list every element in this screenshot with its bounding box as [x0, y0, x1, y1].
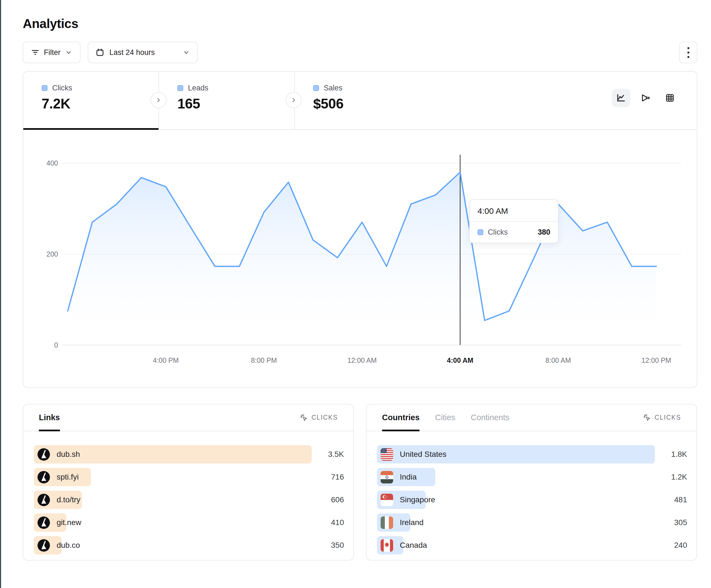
- cities-tab-label: Cities: [435, 413, 455, 422]
- link-label: d.to/try: [57, 495, 81, 504]
- svg-text:12:00 AM: 12:00 AM: [347, 356, 377, 364]
- table-grid-icon: [665, 93, 675, 103]
- chevron-down-icon: [65, 49, 72, 56]
- links-tab-label: Links: [39, 413, 60, 422]
- link-label: git.new: [57, 518, 81, 527]
- clicks-value: 7.2K: [42, 96, 158, 112]
- country-row[interactable]: Singapore 481: [377, 491, 687, 509]
- countries-rows: United States 1.8K India 1.2K: [366, 445, 696, 555]
- svg-text:4:00 AM: 4:00 AM: [447, 356, 473, 364]
- country-row[interactable]: Ireland 305: [377, 513, 687, 532]
- svg-text:200: 200: [46, 250, 58, 258]
- clicks-chart: 02004004:00 PM8:00 PM12:00 AM4:00 AM8:00…: [23, 144, 697, 377]
- expand-leads-button[interactable]: [286, 92, 302, 108]
- svg-text:12:00 PM: 12:00 PM: [641, 356, 671, 364]
- countries-metric-label: CLICKS: [655, 414, 681, 421]
- analytics-card: Clicks 7.2K Leads 165 Sales $506: [23, 71, 697, 388]
- analytics-page: Analytics Filter Last 24 hours: [23, 0, 697, 561]
- link-label: dub.co: [57, 541, 80, 550]
- link-clicks: 716: [312, 473, 344, 481]
- link-clicks: 350: [312, 541, 344, 550]
- tab-clicks[interactable]: Clicks 7.2K: [23, 72, 158, 129]
- country-clicks: 1.8K: [655, 450, 687, 459]
- tab-links[interactable]: Links: [39, 404, 60, 431]
- svg-text:0: 0: [54, 341, 58, 349]
- dub-logo-icon: [38, 448, 50, 461]
- country-label: United States: [400, 450, 447, 459]
- country-label: Canada: [400, 541, 427, 550]
- more-options-button[interactable]: [679, 42, 697, 63]
- svg-text:8:00 AM: 8:00 AM: [545, 356, 571, 364]
- tab-countries[interactable]: Countries: [382, 404, 419, 431]
- link-row[interactable]: git.new 410: [34, 513, 344, 532]
- svg-text:400: 400: [46, 159, 58, 167]
- ireland-flag-icon: [381, 516, 393, 529]
- dub-logo-icon: [38, 539, 50, 552]
- svg-text:4:00 PM: 4:00 PM: [153, 356, 179, 364]
- tab-cities[interactable]: Cities: [435, 404, 455, 431]
- date-range-button[interactable]: Last 24 hours: [88, 42, 198, 63]
- filter-button-label: Filter: [44, 48, 61, 57]
- dub-logo-icon: [38, 494, 50, 506]
- country-row[interactable]: India 1.2K: [377, 468, 687, 486]
- tab-continents[interactable]: Continents: [471, 404, 510, 431]
- link-clicks: 606: [312, 495, 344, 504]
- clicks-legend-swatch: [42, 85, 47, 91]
- link-clicks: 3.5K: [312, 450, 344, 459]
- line-chart-icon: [616, 93, 626, 103]
- us-flag-icon: [381, 448, 393, 461]
- links-panel: Links CLICKS dub.sh: [23, 404, 354, 561]
- kebab-menu-icon: [687, 47, 689, 58]
- dub-logo-icon: [38, 516, 50, 529]
- chevron-down-icon: [183, 49, 190, 56]
- countries-panel: Countries Cities Continents CLICKS: [366, 404, 697, 561]
- india-flag-icon: [381, 471, 393, 483]
- links-metric-selector[interactable]: CLICKS: [300, 413, 338, 422]
- tab-leads[interactable]: Leads 165: [159, 72, 294, 129]
- canada-flag-icon: [381, 539, 393, 552]
- link-row[interactable]: spti.fyi 716: [34, 468, 344, 486]
- country-clicks: 305: [655, 518, 687, 527]
- link-row[interactable]: d.to/try 606: [34, 491, 344, 509]
- countries-tab-label: Countries: [382, 413, 419, 422]
- sales-value: $506: [313, 96, 431, 112]
- country-label: Singapore: [400, 495, 435, 504]
- country-label: India: [400, 473, 417, 481]
- line-chart-view-button[interactable]: [612, 89, 630, 107]
- table-view-button[interactable]: [661, 89, 679, 107]
- tooltip-series-label: Clicks: [488, 228, 508, 236]
- expand-clicks-button[interactable]: [150, 92, 167, 108]
- link-label: spti.fyi: [57, 473, 79, 481]
- singapore-flag-icon: [381, 494, 393, 506]
- country-row[interactable]: United States 1.8K: [377, 445, 687, 463]
- sales-legend-swatch: [313, 85, 319, 91]
- country-clicks: 1.2K: [655, 473, 687, 481]
- continents-tab-label: Continents: [471, 413, 510, 422]
- date-range-label: Last 24 hours: [109, 48, 155, 57]
- left-edge-strip: [0, 0, 1, 588]
- country-row[interactable]: Canada 240: [377, 536, 687, 555]
- cursor-click-icon: [643, 413, 651, 422]
- leads-tab-label: Leads: [188, 84, 209, 92]
- countries-metric-selector[interactable]: CLICKS: [643, 413, 681, 422]
- tooltip-time: 4:00 AM: [470, 200, 558, 222]
- chart-tooltip: 4:00 AM Clicks 380: [469, 199, 559, 243]
- tooltip-legend-swatch: [477, 229, 483, 235]
- links-rows: dub.sh 3.5K spti.fyi 716: [23, 445, 353, 555]
- filter-icon: [31, 48, 39, 56]
- funnel-icon: [640, 93, 651, 103]
- country-clicks: 240: [655, 541, 687, 550]
- funnel-view-button[interactable]: [636, 89, 655, 107]
- link-clicks: 410: [312, 518, 344, 527]
- link-row[interactable]: dub.sh 3.5K: [34, 445, 344, 463]
- clicks-tab-label: Clicks: [52, 84, 72, 92]
- svg-text:8:00 PM: 8:00 PM: [251, 356, 277, 364]
- chart-view-toggles: [612, 89, 679, 107]
- tab-sales[interactable]: Sales $506: [295, 72, 431, 129]
- dub-logo-icon: [38, 471, 50, 483]
- filter-button[interactable]: Filter: [23, 42, 81, 63]
- clicks-chart-area[interactable]: 02004004:00 PM8:00 PM12:00 AM4:00 AM8:00…: [23, 130, 697, 388]
- link-row[interactable]: dub.co 350: [34, 536, 344, 555]
- country-clicks: 481: [655, 495, 687, 504]
- leads-legend-swatch: [177, 85, 183, 91]
